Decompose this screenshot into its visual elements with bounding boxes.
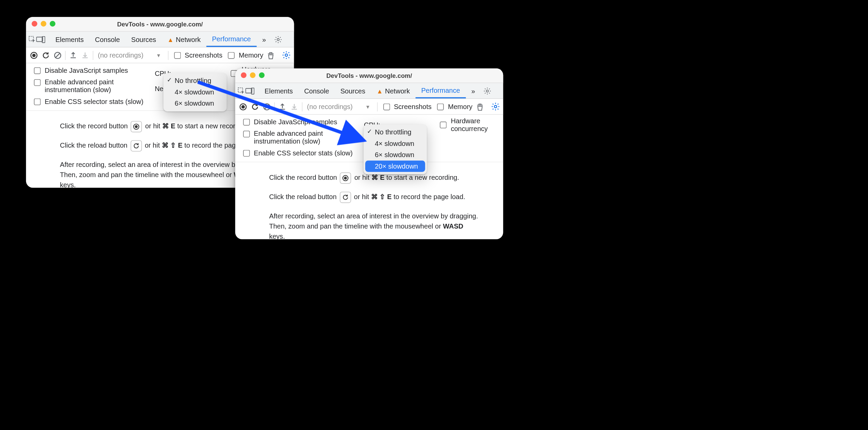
tab-console[interactable]: Console [89,32,126,47]
warning-icon: ▲ [376,87,383,94]
upload-icon[interactable] [69,48,78,62]
tab-sources[interactable]: Sources [126,32,162,47]
clear-button[interactable] [53,48,62,62]
css-selector-stats-checkbox[interactable]: Enable CSS selector stats (slow) [32,96,144,107]
capture-settings-gear-icon[interactable] [491,100,500,113]
css-selector-stats-checkbox[interactable]: Enable CSS selector stats (slow) [241,148,352,158]
screenshots-checkbox[interactable]: Screenshots [381,102,432,112]
warning-icon: ▲ [167,36,173,43]
svg-point-21 [344,176,347,179]
clear-button[interactable] [262,100,271,113]
disable-js-samples-checkbox[interactable]: Disable JavaScript samples [241,117,352,127]
gc-icon[interactable] [267,48,275,62]
record-button[interactable] [29,48,38,62]
dd-no-throttling[interactable]: No throttling [164,75,227,86]
gc-icon[interactable] [476,100,484,113]
chevron-down-icon: ▼ [156,52,161,58]
panel-tabbar: Elements Console Sources ▲Network Perfor… [235,83,503,99]
minimize-icon[interactable] [41,21,46,27]
tab-overflow[interactable]: » [257,32,272,47]
svg-line-18 [265,105,269,109]
tab-sources[interactable]: Sources [335,83,371,98]
upload-icon[interactable] [278,100,287,113]
screenshots-checkbox[interactable]: Screenshots [172,50,222,60]
close-icon[interactable] [32,21,38,27]
advanced-paint-checkbox[interactable]: Enable advanced paint instrumentation (s… [241,129,352,146]
cpu-throttle-dropdown[interactable]: No throttling 4× slowdown 6× slowdown 20… [364,124,427,174]
download-icon[interactable] [290,100,299,113]
settings-gear-icon[interactable] [481,84,494,98]
svg-point-16 [241,105,244,108]
device-toolbar-icon[interactable] [245,84,255,98]
inspect-element-icon[interactable] [28,33,36,46]
svg-point-10 [135,125,138,128]
device-toolbar-icon[interactable] [36,33,45,46]
dd-6x-slowdown[interactable]: 6× slowdown [364,149,427,160]
perf-toolbar: (no recordings)▼ Screenshots Memory [235,99,503,115]
window-controls[interactable] [241,72,264,78]
dd-6x-slowdown[interactable]: 6× slowdown [164,98,227,109]
tab-elements[interactable]: Elements [50,32,89,47]
titlebar: DevTools - www.google.com/ [235,68,503,83]
hw-concurrency-checkbox[interactable]: Hardware concurrency [438,117,501,133]
reload-button[interactable] [251,100,259,113]
devtools-window-b: DevTools - www.google.com/ Elements Cons… [235,68,503,239]
dd-4x-slowdown[interactable]: 4× slowdown [364,138,427,149]
disable-js-samples-checkbox[interactable]: Disable JavaScript samples [32,66,144,76]
capture-settings-gear-icon[interactable] [282,48,290,62]
dd-no-throttling[interactable]: No throttling [364,127,427,138]
reload-icon [130,140,142,151]
chevron-down-icon: ▼ [365,104,370,109]
panel-tabbar: Elements Console Sources ▲Network Perfor… [26,32,294,48]
tab-elements[interactable]: Elements [259,83,299,98]
titlebar: DevTools - www.google.com/ [26,17,294,31]
svg-point-8 [285,54,287,56]
panel-tabs: Elements Console Sources ▲Network Perfor… [259,83,481,98]
inspect-element-icon[interactable] [237,84,245,98]
record-button[interactable] [239,100,247,113]
window-title: DevTools - www.google.com/ [26,21,294,27]
reload-help: Click the reload button or hit ⌘ ⇧ E to … [269,192,481,203]
memory-checkbox[interactable]: Memory [226,50,263,60]
record-icon [131,121,142,132]
tab-network[interactable]: ▲Network [162,32,207,47]
recordings-dropdown[interactable]: (no recordings)▼ [97,51,165,59]
reload-button[interactable] [41,48,50,62]
svg-rect-12 [246,88,252,93]
advanced-paint-checkbox[interactable]: Enable advanced paint instrumentation (s… [32,78,144,94]
cpu-throttle-dropdown[interactable]: No throttling 4× slowdown 6× slowdown [164,73,227,111]
window-title: DevTools - www.google.com/ [235,72,503,79]
settings-gear-icon[interactable] [272,33,285,46]
minimize-icon[interactable] [250,72,256,78]
kebab-menu-icon[interactable]: ⋮ [287,33,294,46]
zoom-icon[interactable] [259,72,265,78]
svg-point-19 [494,105,497,108]
window-controls[interactable] [32,21,56,27]
memory-checkbox[interactable]: Memory [435,102,473,112]
close-icon[interactable] [241,72,246,78]
perf-toolbar: (no recordings)▼ Screenshots Memory [26,47,294,63]
reload-icon [340,192,351,203]
panel-tabs: Elements Console Sources ▲Network Perfor… [50,32,272,47]
svg-point-3 [277,38,279,40]
svg-rect-1 [37,37,43,41]
tab-console[interactable]: Console [299,83,335,98]
dd-20x-slowdown[interactable]: 20× slowdown [365,160,425,172]
tab-overflow[interactable]: » [466,83,481,98]
dd-4x-slowdown[interactable]: 4× slowdown [164,87,227,98]
kebab-menu-icon[interactable]: ⋮ [497,84,503,98]
svg-point-14 [486,90,489,92]
tab-performance[interactable]: Performance [415,83,465,98]
svg-point-5 [32,53,35,57]
svg-line-7 [56,53,60,57]
tab-network[interactable]: ▲Network [371,83,416,98]
after-help: After recording, select an area of inter… [269,211,481,239]
recordings-dropdown[interactable]: (no recordings)▼ [306,103,374,110]
record-icon [340,172,351,184]
download-icon[interactable] [81,48,89,62]
tab-performance[interactable]: Performance [207,32,257,47]
zoom-icon[interactable] [50,21,56,27]
